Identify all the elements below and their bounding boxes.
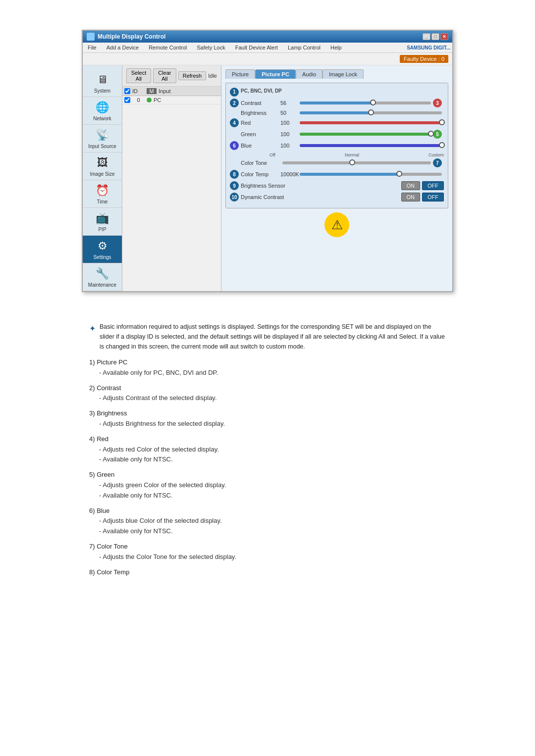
refresh-button[interactable]: Refresh [178, 71, 207, 80]
color-tone-slider[interactable] [282, 161, 431, 164]
dynamic-contrast-off-button[interactable]: OFF [422, 193, 444, 202]
brightness-slider[interactable] [300, 111, 442, 114]
image-size-icon: 🖼 [94, 155, 111, 170]
color-tone-thumb [349, 159, 355, 165]
sidebar-label-image-size: Image Size [90, 171, 114, 177]
contrast-slider[interactable] [300, 101, 431, 104]
doc-section-5-title: 5) Green [89, 470, 446, 480]
menu-help[interactable]: Help [327, 44, 345, 51]
menu-remote-control[interactable]: Remote Control [146, 44, 190, 51]
doc-section-3-sub-0: Adjusts Brightness for the selected disp… [99, 419, 446, 429]
doc-section-5-sub-1: Available only for NTSC. [99, 491, 446, 501]
blue-row: 6 Blue 100 [230, 141, 444, 150]
color-temp-row: 8 Color Temp 10000K [230, 170, 444, 179]
badge-3: 3 [433, 99, 442, 107]
green-label: Green [241, 131, 280, 137]
brightness-sensor-on-button[interactable]: ON [401, 181, 421, 190]
color-tone-label: Color Tone [241, 160, 280, 166]
sidebar-label-system: System [94, 88, 110, 94]
tab-picture[interactable]: Picture [225, 69, 255, 79]
col-header-monitor: M [147, 88, 157, 94]
badge-4: 4 [230, 118, 239, 127]
color-temp-slider[interactable] [300, 173, 442, 176]
menu-fault-device-alert[interactable]: Fault Device Alert [232, 44, 281, 51]
main-content: 🖥 System 🌐 Network 📡 Input Source 🖼 Imag… [83, 65, 452, 291]
close-button[interactable]: ✕ [440, 33, 448, 40]
menu-add-device[interactable]: Add a Device [104, 44, 142, 51]
color-temp-fill [300, 173, 399, 176]
faulty-device-badge: Faulty Device : 0 [400, 55, 448, 63]
brightness-fill [300, 111, 371, 114]
sidebar-label-settings: Settings [93, 254, 111, 260]
maximize-button[interactable]: □ [431, 33, 439, 40]
device-list: 0 PC [122, 96, 221, 291]
doc-section-7-sub-0: Adjusts the Color Tone for the selected … [99, 552, 446, 562]
color-tone-opt-normal: Normal [345, 152, 359, 157]
sidebar: 🖥 System 🌐 Network 📡 Input Source 🖼 Imag… [83, 65, 122, 291]
window-controls: _ □ ✕ [423, 33, 448, 40]
doc-section-3: 3) Brightness Adjusts Brightness for the… [89, 408, 446, 429]
device-panel: Select All Clear All Refresh Idle ID M I… [122, 65, 221, 291]
doc-section-7-title: 7) Color Tone [89, 542, 446, 552]
blue-label: Blue [241, 143, 280, 149]
brightness-value: 50 [280, 110, 298, 116]
red-fill [300, 121, 442, 124]
title-bar: Multiple Display Control _ □ ✕ [83, 31, 452, 43]
menu-safety-lock[interactable]: Safety Lock [194, 44, 228, 51]
doc-section-8-title: 8) Color Temp [89, 567, 446, 578]
badge-5: 5 [433, 130, 442, 139]
red-label: Red [241, 120, 280, 126]
menu-bar: File Add a Device Remote Control Safety … [83, 43, 452, 53]
color-temp-thumb [396, 171, 402, 177]
sidebar-item-system[interactable]: 🖥 System [83, 69, 122, 97]
doc-section-4-sub-1: Available only for NTSC. [99, 454, 446, 465]
green-slider[interactable] [300, 133, 431, 136]
brightness-sensor-off-button[interactable]: OFF [422, 181, 444, 190]
red-slider[interactable] [300, 121, 442, 124]
sidebar-item-time[interactable]: ⏰ Time [83, 180, 122, 208]
doc-section-6-sub-1: Available only for NTSC. [99, 526, 446, 537]
sidebar-item-pip[interactable]: 📺 PIP [83, 208, 122, 236]
tab-image-lock[interactable]: Image Lock [322, 69, 364, 79]
clear-all-button[interactable]: Clear All [153, 68, 176, 83]
faulty-device-bar: Faulty Device : 0 [83, 53, 452, 65]
doc-star-text: Basic information required to adjust set… [100, 322, 446, 352]
pip-icon: 📺 [94, 211, 111, 226]
minimize-button[interactable]: _ [423, 33, 430, 40]
blue-slider[interactable] [300, 144, 442, 147]
subtitle-pc-bnc: PC, BNC, DVI, DP [241, 87, 282, 95]
contrast-label: Contrast [241, 100, 280, 106]
device-toolbar: Select All Clear All Refresh Idle [122, 65, 221, 87]
settings-icon: ⚙ [94, 239, 111, 253]
sidebar-item-maintenance[interactable]: 🔧 Maintenance [83, 263, 122, 291]
menu-file[interactable]: File [85, 44, 100, 51]
tab-audio[interactable]: Audio [296, 69, 322, 79]
blue-thumb [439, 142, 445, 148]
doc-section-2-sub-0: Adjusts Contrast of the selected display… [99, 393, 446, 403]
contrast-thumb [370, 100, 376, 105]
select-all-checkbox[interactable] [124, 88, 130, 94]
device-id-0: 0 [132, 97, 145, 103]
doc-section-2-title: 2) Contrast [89, 383, 446, 394]
tab-content-picture-pc: 1 PC, BNC, DVI, DP 2 Contrast 56 3 [225, 83, 448, 208]
idle-status: Idle [208, 73, 217, 79]
doc-section-4-sub-0: Adjusts red Color of the selected displa… [99, 445, 446, 455]
device-checkbox-0[interactable] [124, 97, 130, 103]
badge-9: 9 [230, 181, 239, 190]
device-input-0: PC [154, 97, 219, 103]
sidebar-item-settings[interactable]: ⚙ Settings [83, 236, 122, 263]
dynamic-contrast-on-button[interactable]: ON [401, 193, 421, 202]
tab-picture-pc[interactable]: Picture PC [255, 69, 296, 79]
color-temp-label: Color Temp [241, 171, 280, 177]
menu-lamp-control[interactable]: Lamp Control [285, 44, 323, 51]
sidebar-item-network[interactable]: 🌐 Network [83, 97, 122, 125]
badge-7: 7 [433, 158, 442, 167]
sidebar-item-image-size[interactable]: 🖼 Image Size [83, 152, 122, 180]
sidebar-label-pip: PIP [98, 227, 106, 232]
select-all-button[interactable]: Select All [126, 68, 151, 83]
star-icon: ✦ [89, 322, 96, 352]
dynamic-contrast-label: Dynamic Contrast [241, 194, 401, 200]
sidebar-item-input-source[interactable]: 📡 Input Source [83, 125, 122, 152]
contrast-fill [300, 101, 373, 104]
doc-section-1: 1) Picture PC Available only for PC, BNC… [89, 357, 446, 378]
